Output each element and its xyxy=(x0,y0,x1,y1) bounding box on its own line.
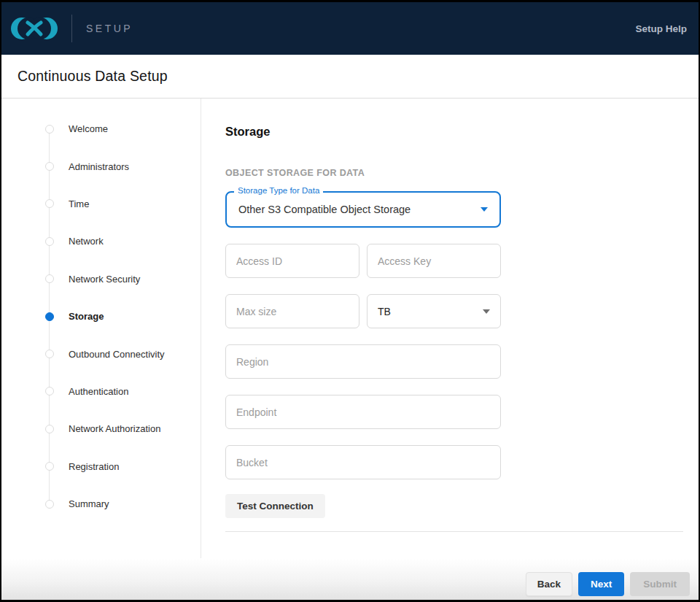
setup-window: SETUP Setup Help Continuous Data Setup W… xyxy=(0,0,700,602)
step-circle-icon xyxy=(45,350,54,358)
title-bar: Continuous Data Setup xyxy=(1,55,699,99)
step-label: Welcome xyxy=(69,123,108,134)
access-key-input[interactable] xyxy=(367,244,501,278)
step-label: Time xyxy=(69,198,89,209)
content-area: Welcome Administrators Time Network Netw… xyxy=(1,99,699,558)
access-id-input[interactable] xyxy=(225,244,359,278)
step-summary[interactable]: Summary xyxy=(1,485,201,522)
step-circle-icon xyxy=(45,387,54,395)
step-label: Network xyxy=(69,236,104,247)
storage-form: Storage OBJECT STORAGE FOR DATA Storage … xyxy=(201,99,699,558)
page-title: Continuous Data Setup xyxy=(18,68,168,85)
nav-divider xyxy=(71,15,72,42)
step-time[interactable]: Time xyxy=(1,185,201,223)
stepper: Welcome Administrators Time Network Netw… xyxy=(1,110,201,522)
footer-actions: Back Next Submit xyxy=(1,558,699,600)
step-network-security[interactable]: Network Security xyxy=(1,261,201,298)
top-nav: SETUP Setup Help xyxy=(1,2,699,55)
region-input[interactable] xyxy=(225,344,501,379)
group-title: OBJECT STORAGE FOR DATA xyxy=(225,168,699,178)
step-network[interactable]: Network xyxy=(1,223,201,260)
step-network-authorization[interactable]: Network Authorization xyxy=(1,410,201,447)
step-registration[interactable]: Registration xyxy=(1,448,201,485)
step-circle-icon xyxy=(45,125,54,134)
step-label: Authentication xyxy=(69,386,128,397)
step-circle-active-icon xyxy=(45,312,54,321)
max-size-input[interactable] xyxy=(225,294,359,328)
step-administrators[interactable]: Administrators xyxy=(1,147,201,185)
setup-help-link[interactable]: Setup Help xyxy=(635,23,687,34)
content-divider xyxy=(225,531,683,532)
step-outbound-connectivity[interactable]: Outbound Connectivity xyxy=(1,335,201,372)
step-circle-icon xyxy=(45,199,54,208)
step-circle-icon xyxy=(45,462,54,471)
storage-type-value: Other S3 Compatible Object Storage xyxy=(238,204,411,215)
size-unit-value: TB xyxy=(378,306,391,317)
step-storage[interactable]: Storage xyxy=(1,298,201,335)
step-circle-icon xyxy=(45,500,54,509)
storage-type-select[interactable]: Storage Type for Data Other S3 Compatibl… xyxy=(225,191,501,228)
test-connection-button[interactable]: Test Connection xyxy=(225,494,325,518)
step-label: Summary xyxy=(69,498,109,509)
size-unit-select[interactable]: TB xyxy=(367,294,501,328)
step-circle-icon xyxy=(45,274,54,283)
step-welcome[interactable]: Welcome xyxy=(1,110,201,147)
credentials-row xyxy=(225,244,501,278)
step-label: Administrators xyxy=(69,161,129,172)
back-button[interactable]: Back xyxy=(526,572,572,596)
endpoint-input[interactable] xyxy=(225,395,501,429)
size-row: TB xyxy=(225,294,501,328)
step-label: Registration xyxy=(69,461,119,472)
storage-type-label: Storage Type for Data xyxy=(234,186,323,195)
stepper-sidebar: Welcome Administrators Time Network Netw… xyxy=(1,99,201,558)
step-label: Network Security xyxy=(69,274,140,285)
delphix-logo xyxy=(10,14,58,43)
chevron-down-icon xyxy=(481,207,488,212)
bucket-input[interactable] xyxy=(225,445,501,479)
step-label: Outbound Connectivity xyxy=(69,349,165,360)
step-circle-icon xyxy=(45,237,54,246)
step-label: Storage xyxy=(69,311,104,322)
chevron-down-icon xyxy=(483,309,490,314)
next-button[interactable]: Next xyxy=(578,572,624,596)
section-heading: Storage xyxy=(225,125,699,139)
step-label: Network Authorization xyxy=(69,423,160,434)
step-authentication[interactable]: Authentication xyxy=(1,373,201,410)
submit-button[interactable]: Submit xyxy=(630,572,690,596)
step-circle-icon xyxy=(45,425,54,433)
step-circle-icon xyxy=(45,162,54,171)
app-name: SETUP xyxy=(86,23,133,34)
